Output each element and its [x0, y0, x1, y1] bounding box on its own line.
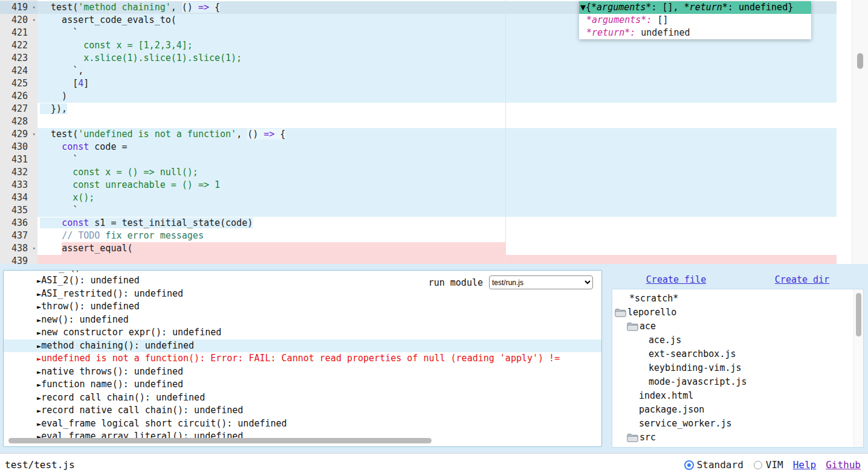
radio-button-icon[interactable]	[684, 460, 694, 470]
file-tree-scrollbar[interactable]	[853, 289, 863, 447]
fold-arrow-icon[interactable]: ▾	[33, 128, 36, 141]
create-file-link[interactable]: Create file	[646, 274, 706, 285]
github-link[interactable]: Github	[826, 459, 861, 471]
file-tree-item[interactable]: keybinding-vim.js	[612, 361, 863, 375]
test-result-item[interactable]: ►record native call chain(): undefined	[4, 404, 601, 417]
file-tree-item-dir[interactable]: ace	[612, 320, 863, 333]
editor-gutter[interactable]: 419▾420▾421422423424425426427428429▾4304…	[0, 0, 37, 264]
test-result-item[interactable]: ►eval_frame logical short circuit(): und…	[4, 417, 601, 431]
test-result-item[interactable]: ►undefined is not a function(): Error: F…	[4, 352, 601, 365]
code-line[interactable]: const x = () => null();	[37, 166, 837, 179]
code-token: x();	[73, 192, 94, 203]
gutter-line-number[interactable]: 430	[0, 141, 37, 153]
gutter-line-number[interactable]: 428	[0, 115, 37, 128]
gutter-line-number[interactable]: 419▾	[0, 1, 37, 14]
radio-label: VIM	[766, 459, 783, 471]
create-dir-link[interactable]: Create dir	[775, 274, 829, 285]
code-line[interactable]: // TODO fix error messages	[37, 230, 837, 242]
code-token: assert_code_evals_to(	[40, 14, 177, 25]
editor-scrollbar-thumb[interactable]	[857, 53, 863, 69]
gutter-line-number[interactable]: 424	[0, 65, 37, 77]
gutter-line-number[interactable]: 427	[0, 103, 37, 115]
file-tree-item[interactable]: package.json	[612, 403, 863, 417]
fold-arrow-icon[interactable]: ▾	[33, 1, 36, 14]
code-line[interactable]: }),	[37, 103, 837, 115]
test-result-item[interactable]: ►function name(): undefined	[4, 378, 601, 391]
code-line[interactable]: x.slice(1).slice(1).slice(1);	[37, 52, 837, 65]
fold-arrow-icon[interactable]: ▾	[33, 242, 36, 255]
code-line[interactable]: `	[37, 204, 837, 217]
gutter-line-number[interactable]: 437	[0, 230, 37, 242]
test-result-item[interactable]: ►record call chain(): undefined	[4, 391, 601, 405]
file-tree-item[interactable]: ext-searchbox.js	[612, 347, 863, 361]
keybinding-option-vim[interactable]: VIM	[753, 459, 783, 471]
gutter-line-number[interactable]: 431	[0, 153, 37, 166]
code-line[interactable]: )	[37, 90, 837, 103]
gutter-line-number[interactable]: 423	[0, 52, 37, 65]
gutter-line-number[interactable]: 439	[0, 255, 37, 264]
gutter-line-number[interactable]: 435	[0, 204, 37, 217]
run-module-select[interactable]: test/run.js	[489, 275, 593, 289]
code-line[interactable]	[37, 255, 837, 264]
code-token: ]	[83, 78, 89, 89]
test-result-text: record call chain(): undefined	[41, 392, 205, 403]
code-line[interactable]: `,	[37, 65, 837, 77]
code-line[interactable]: [4]	[37, 77, 837, 90]
gutter-line-number[interactable]: 438▾	[0, 242, 37, 255]
file-tree-item[interactable]: ast_utils.js	[612, 445, 863, 448]
call-highlight: const s1 = test_initial_state(code)	[40, 217, 253, 228]
code-token: fix error messages	[100, 230, 204, 241]
inspector-header[interactable]: ▼{*arguments*: [], *return*: undefined}	[579, 1, 811, 14]
gutter-line-number[interactable]: 420▾	[0, 14, 37, 27]
file-tree-item[interactable]: index.html	[612, 389, 863, 403]
code-token: `	[40, 154, 78, 165]
gutter-line-number[interactable]: 421	[0, 27, 37, 39]
code-line-text: `	[37, 153, 837, 166]
keybinding-option-standard[interactable]: Standard	[684, 459, 743, 471]
code-line[interactable]: test('undefined is not a function', () =…	[37, 128, 837, 141]
gutter-line-number[interactable]: 433	[0, 179, 37, 191]
help-link[interactable]: Help	[793, 459, 817, 471]
gutter-line-number[interactable]: 422	[0, 39, 37, 52]
test-result-item[interactable]: ►new constructor expr(): undefined	[4, 326, 601, 339]
file-tree-item[interactable]: mode-javascript.js	[612, 375, 863, 389]
test-result-item[interactable]: ►native throws(): undefined	[4, 365, 601, 379]
code-editor[interactable]: 419▾420▾421422423424425426427428429▾4304…	[0, 0, 868, 264]
gutter-line-number[interactable]: 434	[0, 191, 37, 204]
file-tree-item-dir[interactable]: src	[612, 431, 863, 445]
test-result-item[interactable]: ►method chaining(): undefined	[4, 339, 601, 353]
file-tree-item[interactable]: service_worker.js	[612, 417, 863, 431]
file-name: *scratch*	[628, 292, 678, 306]
code-token: test(	[40, 129, 78, 140]
file-tree-item[interactable]: ace.js	[612, 333, 863, 347]
code-line[interactable]	[37, 115, 837, 128]
file-tree-item[interactable]: *scratch*	[612, 292, 863, 306]
code-line[interactable]: const unreachable = () => 1	[37, 179, 837, 191]
gutter-line-number[interactable]: 429▾	[0, 128, 37, 141]
gutter-line-number[interactable]: 426	[0, 90, 37, 103]
file-tree-scrollbar-thumb[interactable]	[856, 293, 861, 336]
code-line[interactable]: const s1 = test_initial_state(code)	[37, 217, 837, 230]
code-token	[40, 167, 73, 178]
test-result-item-partial[interactable]: ►ASI_1(): undefined	[4, 271, 601, 274]
code-token: }),	[40, 103, 67, 114]
output-horizontal-scrollbar-thumb[interactable]	[8, 438, 432, 443]
code-line[interactable]: x();	[37, 191, 837, 204]
radio-button-icon[interactable]	[754, 461, 762, 469]
gutter-line-number[interactable]: 436	[0, 217, 37, 230]
fold-arrow-icon[interactable]: ▾	[33, 14, 36, 27]
inspector-row[interactable]: *arguments*: []	[579, 14, 811, 27]
code-line[interactable]: const code =	[37, 141, 837, 153]
code-line[interactable]: `	[37, 153, 837, 166]
test-result-item[interactable]: ►throw(): undefined	[4, 300, 601, 314]
code-line[interactable]: assert_equal(	[37, 242, 837, 255]
code-line[interactable]: const x = [1,2,3,4];	[37, 39, 837, 52]
gutter-line-number[interactable]: 432	[0, 166, 37, 179]
file-tree-item-dir[interactable]: leporello	[612, 306, 863, 320]
code-area[interactable]: test('method chaining', () => { assert_c…	[37, 0, 852, 264]
code-token: =>	[198, 2, 209, 13]
inspector-row[interactable]: *return*: undefined	[579, 27, 811, 39]
editor-vertical-scrollbar[interactable]	[852, 0, 868, 264]
test-result-item[interactable]: ►new(): undefined	[4, 314, 601, 327]
gutter-line-number[interactable]: 425	[0, 77, 37, 90]
